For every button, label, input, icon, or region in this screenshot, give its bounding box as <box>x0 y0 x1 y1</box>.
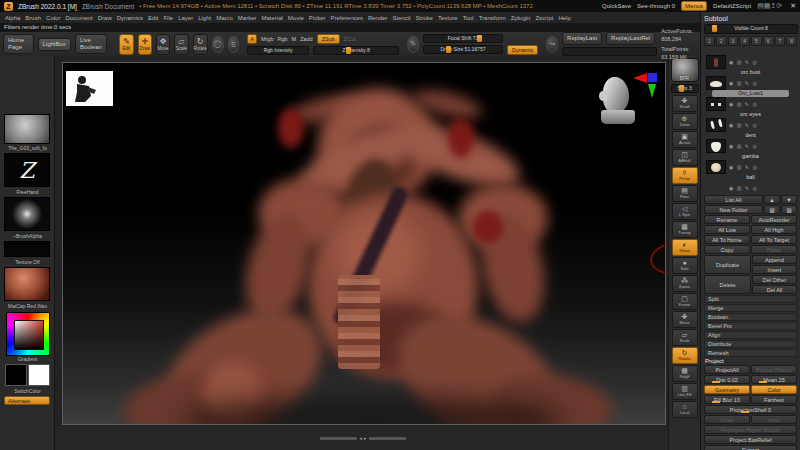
duplicate-button[interactable]: Duplicate <box>704 255 751 274</box>
subtool-row-icons[interactable]: ◉ ▥ ✎ ◎ <box>729 59 758 65</box>
menu-item[interactable]: Transform <box>477 15 508 21</box>
project-section-header[interactable]: Project <box>705 358 797 364</box>
project-basrelief-button[interactable]: Project BasRelief <box>704 435 797 444</box>
subtool-name[interactable]: ball <box>712 174 789 181</box>
default-zscript-button[interactable]: DefaultZScript <box>713 3 751 9</box>
current-material-thumbnail[interactable] <box>4 267 50 301</box>
shelf-button[interactable]: ◊ Persp <box>672 167 698 184</box>
subtool-section-button[interactable]: Boolean <box>704 313 797 321</box>
home-page-button[interactable]: Home Page <box>3 34 34 54</box>
shelf-button[interactable]: ✥ Scroll <box>672 95 698 112</box>
bpr-render-button[interactable]: BPR <box>671 58 699 82</box>
extract-button[interactable]: Extract <box>704 445 797 450</box>
append-button[interactable]: Append <box>752 255 797 264</box>
menu-item[interactable]: Preferences <box>329 15 365 21</box>
shelf-button[interactable]: ▥ Line-Fill <box>672 383 698 400</box>
material-sphere-button[interactable]: S <box>228 36 240 53</box>
draw-size-slider[interactable]: Draw Size 51.18757 <box>423 45 503 54</box>
a-toggle[interactable]: A <box>247 34 257 44</box>
rgb-button[interactable]: Rgb <box>277 35 287 43</box>
main-color-swatch[interactable] <box>5 364 27 386</box>
subtool-thumbnail[interactable] <box>706 97 726 111</box>
secondary-color-swatch[interactable] <box>28 364 50 386</box>
folder-icon-a[interactable]: ▨ <box>764 205 780 214</box>
rename-button[interactable]: Rename <box>704 215 750 224</box>
edit-button[interactable]: ✎ Edit <box>119 34 133 55</box>
color-button[interactable]: Color <box>751 385 797 394</box>
menu-item[interactable]: Movie <box>286 15 306 21</box>
subtool-row[interactable]: Orc_Low1 ◉ ▥ ✎ ◎ <box>704 90 797 110</box>
color-picker[interactable] <box>6 312 50 356</box>
shelf-button[interactable]: ▩ Transp <box>672 221 698 238</box>
subtool-row-icons[interactable]: ◉ ▥ ✎ ◎ <box>729 164 758 170</box>
shelf-button[interactable]: ▦ PolyF <box>672 365 698 382</box>
subtool-section-button[interactable]: Align <box>704 331 797 339</box>
spix-slider[interactable]: SPix 3 <box>671 84 699 93</box>
shelf-button[interactable]: ✥ Move <box>672 311 698 328</box>
menu-item[interactable]: Tool <box>461 15 476 21</box>
replay-last-button[interactable]: ReplayLast <box>562 32 602 45</box>
autoreorder-button[interactable]: AutoReorder <box>751 215 797 224</box>
menu-item[interactable]: Brush <box>23 15 43 21</box>
replay-slider[interactable] <box>562 47 657 56</box>
menu-item[interactable]: File <box>161 15 175 21</box>
menu-item[interactable]: Material <box>260 15 285 21</box>
menu-item[interactable]: Render <box>366 15 390 21</box>
subtool-page-button[interactable]: 5 <box>751 36 762 46</box>
shelf-button[interactable]: ↻ Rotate <box>672 347 698 364</box>
subtool-page-button[interactable]: 3 <box>728 36 739 46</box>
shelf-button[interactable]: ⌂ Local <box>672 401 698 418</box>
replay-last-rel-button[interactable]: ReplayLastRel <box>606 32 655 45</box>
fill-blur-slider[interactable]: Fill Blur 10 <box>704 395 750 404</box>
subtool-page-button[interactable]: 1 <box>704 36 715 46</box>
shelf-button[interactable]: ▣ Actual <box>672 131 698 148</box>
menu-item[interactable]: Zplugin <box>509 15 533 21</box>
outer-button[interactable]: Outer <box>704 415 750 424</box>
menu-item[interactable]: Stencil <box>391 15 413 21</box>
horizontal-scrollbar[interactable]: ◂ ▸ <box>320 436 406 441</box>
zsub-button[interactable]: ZSub <box>317 34 340 44</box>
subtool-row[interactable]: gamba ◉ ▥ ✎ ◎ <box>704 153 797 173</box>
focal-shift-nub[interactable] <box>477 35 482 42</box>
axis-gizmo[interactable] <box>629 67 663 109</box>
mrgb-button[interactable]: Mrgb <box>261 35 274 43</box>
new-folder-button[interactable]: New Folder <box>704 205 763 214</box>
menu-item[interactable]: Picker <box>307 15 328 21</box>
m-button[interactable]: M <box>292 35 297 43</box>
menu-item[interactable]: Help <box>556 15 572 21</box>
subtool-section-button[interactable]: Split <box>704 295 797 303</box>
geometry-button[interactable]: Geometry <box>704 385 750 394</box>
subtool-row[interactable]: dent ◉ ▥ ✎ ◎ <box>704 132 797 152</box>
scale-button[interactable]: ▱ Scale <box>174 34 188 55</box>
shelf-button[interactable]: ▱ Scale <box>672 329 698 346</box>
titlebar-icon[interactable]: ⟳ <box>776 2 782 9</box>
rgb-intensity-slider[interactable]: Rgb Intensity <box>247 46 309 55</box>
subtool-row-icons[interactable]: ◉ ▥ ✎ ◎ <box>729 101 758 107</box>
zadd-button[interactable]: Zadd <box>300 35 313 43</box>
subtool-title[interactable]: Subtool <box>704 14 797 23</box>
subtool-row[interactable]: ball ◉ ▥ ✎ ◎ <box>704 174 797 194</box>
current-stroke-thumbnail[interactable]: Z <box>4 153 50 187</box>
close-icon[interactable]: ✕ <box>790 2 796 10</box>
insert-button[interactable]: Insert <box>752 265 797 274</box>
del-all-button[interactable]: Del All <box>752 285 797 294</box>
current-alpha-thumbnail[interactable] <box>4 197 50 231</box>
subtool-page-button[interactable]: 6 <box>763 36 774 46</box>
subtool-thumbnail[interactable] <box>706 118 726 132</box>
z-intensity-slider[interactable]: Z Intensity 8 <box>313 46 399 55</box>
current-brush-thumbnail[interactable] <box>4 114 50 144</box>
subtool-section-button[interactable]: Distribute <box>704 340 797 348</box>
menu-item[interactable]: Layer <box>176 15 195 21</box>
reference-image[interactable] <box>66 71 113 106</box>
draw-button[interactable]: ✛ Draw <box>138 34 152 55</box>
copy-button[interactable]: Copy <box>704 245 750 254</box>
subtool-thumbnail[interactable] <box>706 160 726 174</box>
menu-item[interactable]: Zscript <box>533 15 555 21</box>
shelf-button[interactable]: ◁ L.Sym <box>672 203 698 220</box>
reproject-button[interactable]: Reproject Higher Subdiv <box>704 425 797 434</box>
draw-size-nub[interactable] <box>446 46 451 53</box>
menu-item[interactable]: Document <box>63 15 94 21</box>
viewport-canvas[interactable] <box>55 56 668 427</box>
subtool-thumbnail[interactable] <box>706 76 726 90</box>
shelf-button[interactable]: ◐ Ghost <box>672 239 698 256</box>
